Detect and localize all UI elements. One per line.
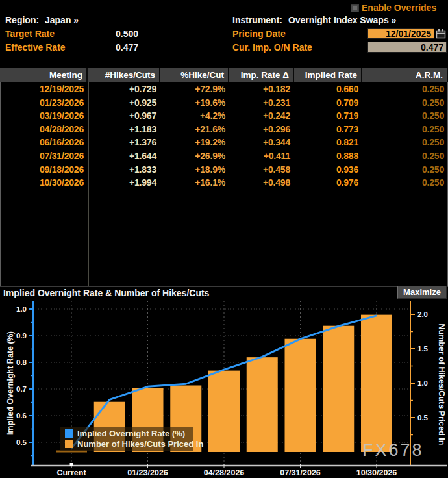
- column-header-5: A.R.M.: [362, 68, 448, 82]
- pricing-date-label: Pricing Date: [232, 29, 286, 39]
- hikes-bar: [94, 402, 125, 452]
- cell: 0.250: [362, 149, 448, 163]
- cell: +72.9%: [160, 82, 229, 96]
- svg-text:1.0: 1.0: [417, 379, 428, 387]
- svg-text:01/23/2026: 01/23/2026: [127, 468, 168, 477]
- table-row[interactable]: 12/19/2025+0.729+72.9%+0.1820.6600.250: [0, 82, 448, 96]
- svg-text:Current: Current: [56, 468, 86, 477]
- cell: +1.833: [88, 163, 160, 177]
- svg-text:Number of Hikes/Cuts Priced In: Number of Hikes/Cuts Priced In: [77, 439, 203, 449]
- cell: 0.719: [294, 109, 362, 123]
- table-row[interactable]: 06/16/2026+1.376+19.2%+0.3440.8210.250: [0, 136, 448, 149]
- chart-title: Implied Overnight Rate & Number of Hikes…: [3, 288, 209, 298]
- cur-imp-rate-label: Cur. Imp. O/N Rate: [232, 42, 312, 53]
- cell: 0.250: [362, 176, 448, 190]
- cell: 0.250: [362, 109, 448, 123]
- pricing-date-input[interactable]: 12/01/2025: [367, 28, 434, 39]
- hikes-bar: [170, 385, 201, 452]
- cell: 0.250: [362, 136, 448, 149]
- legend-box: [60, 427, 193, 451]
- table-row[interactable]: 09/18/2026+1.833+18.9%+0.4580.9360.250: [0, 163, 448, 177]
- target-rate-value: 0.500: [116, 29, 138, 39]
- table-row[interactable]: 01/23/2026+0.925+19.6%+0.2310.7090.250: [0, 96, 448, 110]
- implied-rate-line: [71, 316, 377, 449]
- cell: +18.9%: [160, 163, 229, 177]
- cell: +0.729: [88, 82, 160, 96]
- column-header-4: Implied Rate: [294, 68, 362, 82]
- enable-overrides-label: Enable Overrides: [362, 3, 436, 13]
- cell: 0.773: [294, 123, 362, 136]
- cell: +1.994: [88, 176, 160, 190]
- table-row[interactable]: 03/19/2026+0.967+4.2%+0.2420.7190.250: [0, 109, 448, 123]
- cell: 0.936: [294, 163, 362, 177]
- effective-rate-label: Effective Rate: [5, 42, 66, 53]
- svg-text:04/28/2026: 04/28/2026: [204, 468, 245, 477]
- cell: 12/19/2025: [0, 82, 88, 96]
- cell: 0.250: [362, 123, 448, 136]
- cell: 0.709: [294, 96, 362, 110]
- cell: 10/30/2026: [0, 176, 88, 190]
- cell: 0.821: [294, 136, 362, 149]
- hikes-bar: [132, 388, 164, 452]
- svg-text:07/31/2026: 07/31/2026: [280, 468, 321, 477]
- section-divider: [0, 286, 448, 287]
- hikes-bar: [285, 339, 316, 452]
- column-header-3: Imp. Rate Δ: [229, 68, 294, 82]
- svg-text:0.5: 0.5: [16, 438, 27, 446]
- cell: +0.498: [229, 176, 294, 190]
- svg-text:1.0: 1.0: [16, 305, 27, 313]
- meetings-table-header: Meeting#Hikes/Cuts%Hike/CutImp. Rate ΔIm…: [0, 68, 448, 82]
- cell: 03/19/2026: [0, 109, 88, 123]
- svg-text:10/30/2026: 10/30/2026: [356, 468, 397, 477]
- column-header-0: Meeting: [0, 68, 88, 82]
- column-header-2: %Hike/Cut: [160, 68, 229, 82]
- cell: +0.458: [229, 163, 294, 177]
- cell: 0.888: [294, 149, 362, 163]
- region-row: Region: Japan »: [5, 15, 79, 25]
- table-row[interactable]: 07/31/2026+1.644+26.9%+0.4110.8880.250: [0, 149, 448, 163]
- enable-overrides-checkbox[interactable]: [351, 4, 359, 12]
- cell: +0.344: [229, 136, 294, 149]
- hikes-bar: [208, 371, 240, 452]
- current-marker: [70, 463, 73, 466]
- cell: 01/23/2026: [0, 96, 88, 110]
- svg-text:0.9: 0.9: [16, 332, 27, 340]
- cell: +1.644: [88, 149, 160, 163]
- cell: 0.250: [362, 96, 448, 110]
- cell: +0.411: [229, 149, 294, 163]
- wirp-screen: Enable Overrides Region: Japan » Instrum…: [0, 0, 448, 478]
- maximize-button[interactable]: Maximize: [397, 286, 447, 299]
- cell: +19.6%: [160, 96, 229, 110]
- cell: +1.376: [88, 136, 160, 149]
- table-row[interactable]: 10/30/2026+1.994+16.1%+0.4980.9760.250: [0, 176, 448, 190]
- svg-text:1.5: 1.5: [417, 345, 429, 353]
- calendar-icon[interactable]: [436, 29, 446, 39]
- hikes-bar: [323, 326, 354, 452]
- effective-rate-value: 0.477: [116, 42, 138, 53]
- cur-imp-rate-input[interactable]: 0.477: [367, 42, 447, 53]
- instrument-selector[interactable]: Overnight Index Swaps »: [288, 15, 397, 25]
- cell: 06/16/2026: [0, 136, 88, 149]
- watermark: FX678: [362, 440, 440, 460]
- hikes-bar-zero: [56, 451, 87, 453]
- region-selector[interactable]: Japan »: [45, 15, 79, 25]
- cell: 07/31/2026: [0, 149, 88, 163]
- svg-text:0.7: 0.7: [16, 385, 27, 393]
- cell: +16.1%: [160, 176, 229, 190]
- cell: 0.976: [294, 176, 362, 190]
- svg-text:2.0: 2.0: [417, 310, 428, 318]
- hikes-bar: [247, 357, 278, 452]
- region-label: Region:: [5, 15, 39, 25]
- svg-text:Implied Overnight Rate (%): Implied Overnight Rate (%): [77, 429, 185, 438]
- right-axis-title: Number of Hikes/Cuts Priced In: [437, 324, 446, 446]
- legend-swatch-bar: [65, 440, 73, 448]
- hikes-bar: [361, 315, 392, 452]
- cell: +21.6%: [160, 123, 229, 136]
- cell: +0.231: [229, 96, 294, 110]
- cell: 0.660: [294, 82, 362, 96]
- instrument-label: Instrument:: [232, 15, 282, 25]
- cell: +0.925: [88, 96, 160, 110]
- target-rate-label: Target Rate: [5, 29, 55, 39]
- table-row[interactable]: 04/28/2026+1.183+21.6%+0.2960.7730.250: [0, 123, 448, 136]
- svg-text:0.6: 0.6: [16, 412, 27, 420]
